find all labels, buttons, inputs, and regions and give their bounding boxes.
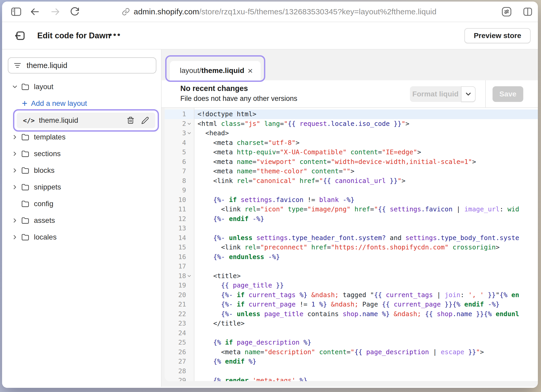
code-line-28[interactable]: 28 [165,366,538,376]
back-icon[interactable] [30,8,40,16]
code-line-13[interactable]: 13 [165,224,538,233]
line-number: 10 [165,195,194,205]
code-line-1[interactable]: 1<!doctype html> [165,109,538,119]
code-line-16[interactable]: 16 {%- endunless -%} [165,252,538,262]
sidebar-item-assets[interactable]: assets [2,212,162,229]
close-icon[interactable]: × [248,66,253,75]
code-line-29[interactable]: 29 {% render 'meta-tags' %} [165,376,538,381]
address-bar[interactable]: admin.shopify.com/store/rzq1xu-f5/themes… [122,2,437,22]
code-editor[interactable]: 1<!doctype html>2<html class="js" lang="… [165,108,538,381]
code-text[interactable]: <meta http-equiv="X-UA-Compatible" conte… [194,148,538,157]
code-line-10[interactable]: 10 {%- if settings.favicon != blank -%} [165,195,538,205]
code-line-27[interactable]: 27 {% endif %} [165,357,538,366]
save-button[interactable]: Save [493,86,523,102]
chevron-right-icon[interactable] [11,184,18,191]
code-text[interactable]: <head> [194,128,538,138]
code-line-22[interactable]: 22 {%- unless page_title contains shop.n… [165,309,538,319]
code-line-3[interactable]: 3 <head> [165,128,538,138]
code-text[interactable] [194,262,538,271]
file-search-input[interactable]: theme.liquid [8,57,156,74]
code-text[interactable]: {%- if current_page != 1 %} &ndash; Page… [194,300,538,309]
tune-icon[interactable] [501,6,512,17]
chevron-right-icon[interactable] [11,150,18,157]
format-liquid-button[interactable]: Format liquid [410,86,461,102]
selected-file-row[interactable]: </> theme.liquid [17,113,155,128]
code-text[interactable]: {%- if current_tags %} &ndash; tagged "{… [194,290,538,300]
code-text[interactable]: {% if page_description %} [194,338,538,347]
code-line-17[interactable]: 17 [165,262,538,271]
code-line-7[interactable]: 7 <meta name="theme-color" content=""> [165,167,538,176]
chevron-right-icon[interactable] [11,134,18,140]
code-line-12[interactable]: 12 {%- endif -%} [165,214,538,224]
code-line-9[interactable]: 9 [165,186,538,195]
sidebar-item-layout[interactable]: layout [2,78,162,95]
code-text[interactable] [194,224,538,233]
sidebar-item-label: blocks [34,166,54,175]
sidebar-item-blocks[interactable]: blocks [2,162,162,179]
sidebar-toggle-icon[interactable] [11,7,21,16]
code-line-15[interactable]: 15 <link rel="preconnect" href="https://… [165,243,538,252]
add-new-layout-button[interactable]: + Add a new layout [2,95,162,112]
code-text[interactable]: {%- endif -%} [194,214,538,224]
sidebar-item-sections[interactable]: sections [2,145,162,162]
tab-theme-liquid[interactable]: layout/theme.liquid × [170,61,261,80]
code-line-2[interactable]: 2<html class="js" lang="{{ request.local… [165,119,538,129]
code-line-5[interactable]: 5 <meta http-equiv="X-UA-Compatible" con… [165,148,538,157]
code-text[interactable]: <meta name="viewport" content="width=dev… [194,157,538,167]
code-text[interactable]: {% render 'meta-tags' %} [194,376,538,381]
code-text[interactable]: {% endif %} [194,357,538,366]
code-line-4[interactable]: 4 <meta charset="utf-8"> [165,138,538,148]
code-line-20[interactable]: 20 {%- if current_tags %} &ndash; tagged… [165,290,538,300]
fold-toggle-icon[interactable] [186,273,192,279]
code-text[interactable]: <link rel="canonical" href="{{ canonical… [194,176,538,186]
code-line-24[interactable]: 24 [165,328,538,338]
code-line-18[interactable]: 18 <title> [165,271,538,281]
code-line-11[interactable]: 11 <link rel="icon" type="image/png" hre… [165,205,538,214]
chevron-right-icon[interactable] [11,217,18,224]
code-text[interactable]: <title> [194,271,538,281]
code-text[interactable]: {%- unless page_title contains shop.name… [194,309,538,319]
code-line-14[interactable]: 14 {%- unless settings.type_header_font.… [165,233,538,243]
code-line-23[interactable]: 23 </title> [165,319,538,328]
sidebar-item-theme-liquid[interactable]: </> theme.liquid [2,112,162,129]
code-line-6[interactable]: 6 <meta name="viewport" content="width=d… [165,157,538,167]
folder-icon [21,200,29,207]
chevron-right-icon[interactable] [11,167,18,174]
code-line-8[interactable]: 8 <link rel="canonical" href="{{ canonic… [165,176,538,186]
rename-file-icon[interactable] [141,116,149,125]
chevron-right-icon[interactable] [11,234,18,241]
sidebar-item-locales[interactable]: locales [2,229,162,246]
fold-toggle-icon[interactable] [186,131,192,136]
code-line-26[interactable]: 26 <meta name="description" content="{{ … [165,347,538,357]
code-text[interactable] [194,366,538,376]
more-actions-icon[interactable]: ••• [109,30,121,40]
format-liquid-dropdown[interactable] [461,86,476,102]
code-text[interactable]: <meta name="theme-color" content=""> [194,167,538,176]
code-line-19[interactable]: 19 {{ page_title }} [165,281,538,290]
exit-editor-icon[interactable] [14,30,26,42]
code-text[interactable]: <meta charset="utf-8"> [194,138,538,148]
sidebar-item-config[interactable]: config [2,195,162,212]
code-text[interactable]: {%- endunless -%} [194,252,538,262]
code-text[interactable]: <link rel="icon" type="image/png" href="… [194,205,538,214]
split-view-icon[interactable] [522,6,533,17]
code-text[interactable]: {%- unless settings.type_header_font.sys… [194,233,538,243]
code-line-21[interactable]: 21 {%- if current_page != 1 %} &ndash; P… [165,300,538,309]
code-text[interactable] [194,186,538,195]
delete-file-icon[interactable] [127,116,134,125]
code-text[interactable]: {{ page_title }} [194,281,538,290]
reload-icon[interactable] [70,7,80,17]
code-text[interactable]: {%- if settings.favicon != blank -%} [194,195,538,205]
code-line-25[interactable]: 25 {% if page_description %} [165,338,538,347]
code-text[interactable]: <meta name="description" content="{{ pag… [194,347,538,357]
code-text[interactable]: <!doctype html> [194,109,538,119]
sidebar-item-templates[interactable]: templates [2,129,162,145]
code-text[interactable]: <link rel="preconnect" href="https://fon… [194,243,538,252]
chevron-down-icon[interactable] [11,83,18,90]
preview-store-button[interactable]: Preview store [464,28,531,43]
code-text[interactable]: <html class="js" lang="{{ request.locale… [194,119,538,129]
code-text[interactable]: </title> [194,319,538,328]
fold-toggle-icon[interactable] [186,121,192,126]
code-text[interactable] [194,328,538,338]
sidebar-item-snippets[interactable]: snippets [2,179,162,195]
